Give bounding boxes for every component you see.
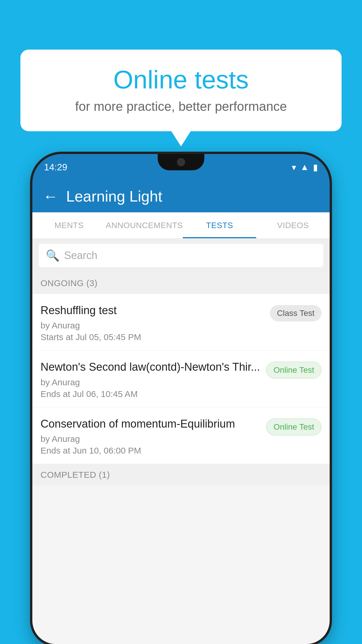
search-container: 🔍 Search	[32, 239, 330, 272]
status-bar: 14:29 ▾ ▲ ▮	[32, 154, 330, 180]
search-bar[interactable]: 🔍 Search	[39, 244, 323, 267]
search-icon: 🔍	[46, 249, 59, 262]
status-icons: ▾ ▲ ▮	[292, 162, 318, 172]
battery-icon: ▮	[313, 162, 318, 172]
signal-icon: ▲	[300, 162, 309, 172]
test-author-3: by Anurag	[41, 434, 260, 444]
test-author-1: by Anurag	[41, 321, 264, 330]
status-time: 14:29	[44, 162, 67, 173]
bubble-subtitle: for more practice, better performance	[38, 99, 324, 114]
test-time-2: Ends at Jul 06, 10:45 AM	[41, 389, 260, 399]
test-info-3: Conservation of momentum-Equilibrium by …	[41, 417, 260, 456]
back-arrow-icon[interactable]: ←	[43, 189, 58, 204]
search-input[interactable]: Search	[64, 249, 97, 262]
tab-tests[interactable]: TESTS	[183, 212, 256, 238]
phone-frame: 14:29 ▾ ▲ ▮ ← Learning Light MENTS ANNOU…	[32, 154, 330, 644]
test-author-2: by Anurag	[41, 377, 260, 387]
tab-announcements[interactable]: ANNOUNCEMENTS	[106, 212, 183, 238]
test-item-3[interactable]: Conservation of momentum-Equilibrium by …	[32, 407, 330, 464]
ongoing-section-header: ONGOING (3)	[32, 272, 330, 294]
tab-videos[interactable]: VIDEOS	[256, 212, 330, 238]
completed-section-header: COMPLETED (1)	[32, 464, 330, 486]
test-title-1: Reshuffling test	[41, 303, 264, 318]
test-info-2: Newton's Second law(contd)-Newton's Thir…	[41, 360, 260, 399]
wifi-icon: ▾	[292, 162, 296, 172]
tabs-bar: MENTS ANNOUNCEMENTS TESTS VIDEOS	[32, 212, 330, 239]
test-time-3: Ends at Jun 10, 06:00 PM	[41, 446, 260, 456]
test-list: Reshuffling test by Anurag Starts at Jul…	[32, 294, 330, 464]
test-title-3: Conservation of momentum-Equilibrium	[41, 417, 260, 431]
app-bar-title: Learning Light	[66, 188, 162, 205]
speech-bubble: Online tests for more practice, better p…	[20, 50, 342, 131]
test-item-1[interactable]: Reshuffling test by Anurag Starts at Jul…	[32, 294, 330, 351]
bubble-title: Online tests	[38, 66, 324, 94]
test-info-1: Reshuffling test by Anurag Starts at Jul…	[41, 303, 264, 342]
test-item-2[interactable]: Newton's Second law(contd)-Newton's Thir…	[32, 351, 330, 407]
test-title-2: Newton's Second law(contd)-Newton's Thir…	[41, 360, 260, 374]
phone-notch	[158, 154, 204, 170]
phone-content: 🔍 Search ONGOING (3) Reshuffling test by…	[32, 239, 330, 644]
online-test-badge-3: Online Test	[266, 419, 321, 435]
test-time-1: Starts at Jul 05, 05:45 PM	[41, 332, 264, 342]
tab-ments[interactable]: MENTS	[32, 212, 106, 238]
class-test-badge-1: Class Test	[270, 305, 321, 321]
app-bar: ← Learning Light	[32, 180, 330, 212]
online-test-badge-2: Online Test	[266, 362, 321, 379]
